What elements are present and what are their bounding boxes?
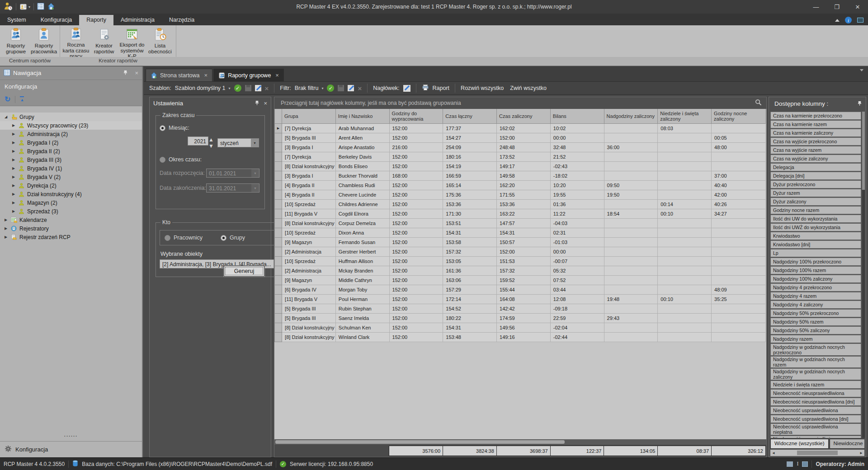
szablon-dropdown[interactable]: Szablon domyślny 1▾ [175,85,231,91]
table-cell[interactable]: Arent Allen [335,133,389,142]
table-cell[interactable] [604,161,658,171]
table-cell[interactable] [712,256,766,266]
table-cell[interactable]: 254:09 [443,142,497,152]
year-stepper[interactable]: 2021 ▲▼ [188,136,214,149]
year-down-icon[interactable]: ▼ [208,143,214,149]
table-cell[interactable] [658,133,712,142]
available-column-item[interactable]: Dyżur przekroczono [770,180,861,188]
table-cell[interactable]: 152:00 [389,323,443,332]
table-cell[interactable]: 35:25 [712,294,766,304]
table-cell[interactable]: 19:50 [604,190,658,199]
filtr-dropdown[interactable]: Brak filtru▾ [295,85,324,91]
info-icon[interactable]: i [845,17,852,24]
available-column-item[interactable]: Krwiodastwo [dni] [770,240,861,249]
tree-item[interactable]: ▶Wszyscy pracownicy (23) [0,121,142,130]
table-cell[interactable]: 48:09 [712,285,766,294]
column-header[interactable]: Imię i Nazwisko [335,109,389,123]
delete-filter-icon[interactable]: × [358,85,362,92]
ribbon-button[interactable]: Raporty grupowe [2,26,30,57]
table-cell[interactable] [712,332,766,342]
collapse-ribbon-icon[interactable] [835,19,840,22]
available-column-item[interactable]: Nadgodziny 4 przekroczono [770,283,861,291]
table-cell[interactable]: 152:00 [389,161,443,171]
table-cell[interactable] [604,266,658,275]
navigation-panel-button[interactable] [37,3,44,11]
table-cell[interactable]: 153:36 [497,199,551,209]
table-cell[interactable]: [6] Brygada IV [282,285,336,294]
table-cell[interactable] [658,190,712,199]
table-row[interactable]: [11] Brygada VPoul Herman152:00172:14164… [275,294,766,304]
table-cell[interactable]: [2] Administracja [282,247,336,256]
table-cell[interactable]: 36:00 [604,142,658,152]
table-cell[interactable]: 153:36 [443,199,497,209]
table-cell[interactable]: 07:52 [550,275,604,285]
table-cell[interactable]: 155:44 [497,285,551,294]
column-header[interactable]: Czas zaliczony [497,109,551,123]
available-column-item[interactable]: Niedziele i święta razem [770,381,861,389]
collapsed-arrow-icon[interactable]: ▶ [11,201,16,205]
table-cell[interactable]: Chevere Lucinde [335,190,389,199]
table-cell[interactable]: 152:00 [389,247,443,256]
table-cell[interactable] [604,247,658,256]
table-cell[interactable]: 180:22 [443,313,497,323]
table-cell[interactable]: 151:53 [497,256,551,266]
table-cell[interactable]: 152:00 [389,123,443,133]
close-tab-icon[interactable]: × [275,72,279,79]
table-cell[interactable] [712,275,766,285]
table-cell[interactable]: 152:00 [389,190,443,199]
table-row[interactable]: [3] Brygada IArispe Anastatio216:00254:0… [275,142,766,152]
table-cell[interactable]: 154:31 [497,228,551,237]
table-cell[interactable]: 149:56 [497,323,551,332]
table-row[interactable]: [8] Dział konstrukcyjnyWinland Clark152:… [275,332,766,342]
table-cell[interactable]: 168:00 [389,171,443,180]
table-cell[interactable]: 149:16 [497,332,551,342]
table-cell[interactable] [604,285,658,294]
table-cell[interactable]: Mckay Branden [335,266,389,275]
printer-icon[interactable] [422,84,429,92]
table-cell[interactable]: 152:00 [389,209,443,218]
table-row[interactable]: [11] Brygada VCogdil Elnora152:00171:301… [275,209,766,218]
available-column-item[interactable]: Ilość dni UW do wykorzystania [770,215,861,223]
table-cell[interactable] [658,313,712,323]
table-cell[interactable] [604,171,658,180]
table-cell[interactable]: -04:03 [550,218,604,228]
available-column-item[interactable]: Nadgodziny 100% razem [770,266,861,274]
table-cell[interactable] [604,133,658,142]
available-column-item[interactable]: Czas na karmienie zaliczony [770,129,861,137]
column-header[interactable]: Nadgodziny zaliczony [604,109,658,123]
table-cell[interactable]: 37:00 [712,171,766,180]
table-cell[interactable] [658,304,712,313]
table-cell[interactable] [658,161,712,171]
tree-item[interactable]: ▶Sprzedaż (3) [0,207,142,216]
tab-list-chevron-icon[interactable] [860,69,863,78]
collapsed-arrow-icon[interactable]: ▶ [11,209,16,213]
table-cell[interactable]: 22:59 [550,313,604,323]
visible-columns-tab[interactable]: Widoczne (wszystkie) [770,439,829,449]
table-cell[interactable] [658,332,712,342]
table-cell[interactable]: 21:52 [550,152,604,161]
table-cell[interactable]: 165:14 [443,180,497,190]
available-column-item[interactable]: Delegacja [dni] [770,172,861,180]
table-cell[interactable] [658,228,712,237]
tree-item[interactable]: ▶Administracja (2) [0,130,142,138]
available-column-item[interactable]: Czas na wyjście zaliczony [770,155,861,163]
table-cell[interactable]: [5] Brygada III [282,313,336,323]
table-cell[interactable] [712,313,766,323]
table-cell[interactable] [658,266,712,275]
pin-icon[interactable] [857,100,862,107]
collapsed-arrow-icon[interactable]: ▶ [11,149,16,153]
pracownicy-radio[interactable] [165,235,170,241]
available-column-item[interactable]: Czas na wyjście przekroczono [770,137,861,146]
table-cell[interactable]: 164:08 [497,294,551,304]
table-cell[interactable]: 152:00 [389,332,443,342]
table-cell[interactable]: 154:27 [443,133,497,142]
table-row[interactable]: [8] Dział konstrukcyjnyBonds Eliseo152:0… [275,161,766,171]
table-cell[interactable]: Middle Cathryn [335,275,389,285]
menu-tab-konfiguracja[interactable]: Konfiguracja [33,15,80,25]
table-cell[interactable]: Morgan Toby [335,285,389,294]
table-row[interactable]: [5] Brygada IIISaenz Imelda152:00180:221… [275,313,766,323]
table-cell[interactable] [658,247,712,256]
table-cell[interactable]: 152:00 [389,294,443,304]
collapsed-arrow-icon[interactable]: ▶ [4,226,8,230]
menu-tab-narzędzia[interactable]: Narzędzia [162,15,202,25]
